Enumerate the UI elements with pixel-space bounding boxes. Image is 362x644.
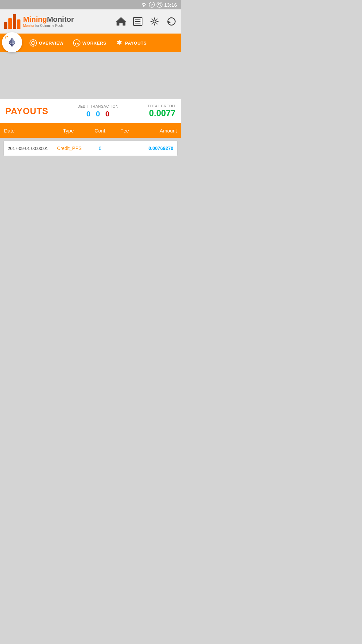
home-icon — [116, 16, 126, 26]
svg-marker-14 — [9, 38, 12, 44]
refresh-icon — [166, 16, 176, 26]
app-bar-icons — [115, 16, 177, 27]
logo-mining: Mining — [23, 15, 47, 23]
logo-bars — [4, 14, 20, 29]
summary-nums: 0 0 0 — [86, 110, 110, 118]
overview-icon — [29, 39, 37, 47]
tab-workers[interactable]: WORKERS — [68, 34, 111, 52]
total-credit-area: TOTAL CREDIT 0.0077 — [147, 104, 176, 118]
coin-switcher-button[interactable]: ⇄ — [2, 32, 22, 52]
arrows-icon: ⇄ — [4, 35, 8, 40]
cell-conf: 0 — [88, 146, 112, 151]
svg-text:?: ? — [150, 3, 153, 7]
th-type: Type — [48, 128, 88, 133]
logo-bar-3 — [13, 14, 16, 29]
home-button[interactable] — [115, 16, 127, 27]
nav-bar: ⇄ OVERVIEW — [0, 34, 181, 52]
cell-type: Credit_PPS — [50, 146, 88, 151]
svg-marker-4 — [158, 4, 159, 5]
tab-overview[interactable]: OVERVIEW — [25, 34, 68, 52]
status-icons: ? 13:16 — [140, 2, 177, 8]
table-body: 2017-09-01 00:00:01 Credit_PPS 0 0.00769… — [0, 141, 181, 156]
logo-subtitle-rest: for Coinmine Pools — [35, 24, 63, 28]
tab-payouts[interactable]: PAYOUTS — [111, 34, 151, 52]
debit-num-3: 0 — [105, 110, 109, 118]
th-date: Date — [4, 128, 48, 133]
debit-transaction-label: DEBIT TRANSACTION — [77, 104, 118, 108]
logo-bar-4 — [17, 19, 20, 29]
th-fee: Fee — [113, 128, 137, 133]
svg-point-0 — [143, 6, 144, 7]
logo-bar-1 — [4, 22, 7, 29]
tab-overview-label: OVERVIEW — [39, 41, 64, 46]
logo-title: MiningMonitor — [23, 15, 74, 24]
refresh-button[interactable] — [166, 16, 177, 27]
svg-point-26 — [75, 43, 76, 45]
payouts-icon — [116, 39, 123, 47]
tab-workers-label: WORKERS — [82, 41, 106, 46]
wifi-icon — [140, 2, 147, 7]
summary-center: DEBIT TRANSACTION 0 0 0 — [54, 104, 142, 118]
svg-marker-12 — [168, 20, 171, 24]
table-row[interactable]: 2017-09-01 00:00:01 Credit_PPS 0 0.00769… — [3, 141, 178, 156]
list-icon — [133, 16, 143, 26]
gear-icon — [149, 16, 160, 26]
cell-date: 2017-09-01 00:00:01 — [8, 146, 50, 151]
grey-spacer — [0, 52, 181, 99]
debit-num-2: 0 — [96, 110, 100, 118]
logo-bar-2 — [8, 18, 12, 29]
svg-point-11 — [153, 20, 156, 23]
total-credit-value: 0.0077 — [149, 108, 176, 118]
settings-button[interactable] — [149, 16, 160, 27]
logo-text: MiningMonitor Monitor for Coinmine Pools — [23, 15, 74, 28]
app-bar: MiningMonitor Monitor for Coinmine Pools — [0, 9, 181, 34]
table-header: Date Type Conf. Fee Amount — [0, 123, 181, 138]
cell-amount: 0.00769270 — [135, 146, 173, 151]
payouts-title: PAYOUTS — [5, 106, 48, 116]
logo-monitor-title: Monitor — [47, 15, 74, 23]
status-bar: ? 13:16 — [0, 0, 181, 9]
status-time: 13:16 — [164, 2, 177, 8]
nav-tabs: OVERVIEW WORKERS PAYOUTS — [25, 34, 181, 52]
debit-num-1: 0 — [86, 110, 90, 118]
help-icon: ? — [149, 2, 155, 8]
th-conf: Conf. — [88, 128, 113, 133]
logo-subtitle-monitor: Monitor — [23, 24, 34, 28]
payouts-summary: PAYOUTS DEBIT TRANSACTION 0 0 0 TOTAL CR… — [0, 99, 181, 123]
logo-area: MiningMonitor Monitor for Coinmine Pools — [4, 14, 74, 29]
logo-subtitle: Monitor for Coinmine Pools — [23, 24, 74, 28]
svg-point-27 — [77, 43, 79, 45]
svg-point-3 — [157, 2, 162, 7]
tab-payouts-label: PAYOUTS — [125, 41, 146, 46]
list-button[interactable] — [132, 16, 143, 27]
svg-point-20 — [32, 41, 35, 45]
sync-circle-icon — [157, 2, 163, 8]
total-credit-label: TOTAL CREDIT — [147, 104, 176, 108]
th-amount: Amount — [137, 128, 177, 133]
workers-icon — [73, 39, 80, 47]
